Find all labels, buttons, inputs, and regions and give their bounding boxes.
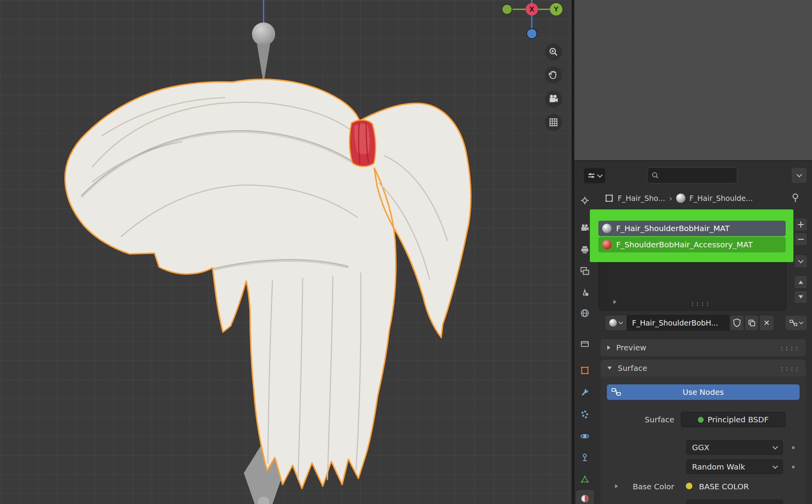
slot-name: F_Hair_ShoulderBobHair_MAT (616, 224, 730, 233)
pan-hand-icon[interactable] (545, 67, 562, 84)
add-slot-button[interactable]: + (794, 218, 807, 231)
magnifier-plus-glyph (548, 47, 558, 57)
tab-scene[interactable] (576, 284, 594, 301)
search-text-field[interactable] (662, 171, 730, 180)
material-slot-row-selected[interactable]: F_Hair_ShoulderBobHair_MAT (598, 221, 786, 236)
chevron-down-icon (773, 444, 778, 449)
box-icon (580, 338, 590, 348)
preview-panel-header[interactable]: Preview :::: (601, 339, 806, 356)
tab-modifiers[interactable] (576, 384, 594, 401)
expand-arrow-icon (607, 345, 610, 350)
camera-glyph (548, 94, 559, 105)
browse-material-button[interactable] (605, 315, 627, 331)
list-expand-arrow[interactable] (613, 299, 617, 305)
material-slot-row[interactable]: F_ShoulderBobHair_Accessory_MAT (598, 237, 786, 252)
distribution-value: GGX (692, 443, 709, 452)
panel-grip[interactable]: :::: (780, 364, 800, 372)
axis-x-ball[interactable]: X (526, 3, 538, 15)
duplicate-material-button[interactable] (745, 315, 759, 331)
copy-icon (748, 319, 755, 327)
base-color-value[interactable]: BASE COLOR (699, 482, 749, 491)
tab-world[interactable] (576, 305, 594, 322)
slot-specials-button[interactable] (794, 255, 807, 268)
tab-tool[interactable] (576, 192, 594, 209)
animate-dot-icon[interactable] (792, 466, 795, 468)
tab-constraints[interactable] (576, 449, 594, 466)
axis-z-ball[interactable] (527, 29, 537, 39)
link-nodes-dropdown[interactable] (785, 315, 807, 331)
breadcrumb-object[interactable]: F_Hair_Sho... (618, 194, 665, 202)
pin-icon[interactable] (790, 192, 801, 204)
tab-collection[interactable] (576, 335, 594, 352)
partial-slider-field[interactable]: 0.000 (686, 500, 783, 504)
scene-icon (580, 288, 590, 298)
grid-ortho-icon[interactable] (545, 114, 562, 131)
constraint-icon (580, 453, 590, 463)
properties-editor-icon (587, 171, 596, 180)
color-socket-dot-icon (686, 483, 692, 489)
preview-panel-label: Preview (616, 343, 646, 352)
distribution-dropdown[interactable]: GGX (686, 440, 783, 455)
shader-node-dot-icon (698, 417, 704, 423)
breadcrumb: F_Hair_Sho... › F_Hair_Shoulde... (605, 190, 798, 206)
partial-slider-value: 0.000 (723, 502, 745, 504)
remove-slot-button[interactable]: − (794, 233, 807, 246)
zoom-icon[interactable] (545, 43, 562, 60)
outliner-area[interactable] (574, 0, 812, 161)
list-resize-grip[interactable]: :::: (690, 299, 710, 307)
axis-y-ball[interactable]: Y (550, 3, 562, 15)
editor-divider[interactable] (572, 0, 574, 504)
animate-dot-icon[interactable] (792, 446, 795, 449)
search-icon (651, 171, 659, 179)
panel-grip[interactable]: :::: (780, 344, 800, 352)
camera-view-icon[interactable] (545, 91, 562, 108)
material-sphere-icon (676, 194, 685, 203)
chevron-down-icon (773, 463, 778, 469)
tab-object-data[interactable] (576, 471, 594, 488)
wrench-icon (580, 387, 590, 398)
use-nodes-button[interactable]: Use Nodes (607, 384, 800, 400)
hair-accessory-tie[interactable] (349, 120, 376, 166)
hand-glyph (548, 70, 558, 80)
tab-physics[interactable] (576, 428, 594, 445)
grid-glyph (548, 117, 558, 127)
object-icon (605, 194, 614, 203)
properties-editor: F_Hair_Sho... › F_Hair_Shoulde... :::: F… (574, 161, 812, 504)
slot-move-up-button[interactable] (794, 276, 807, 289)
hair-mesh[interactable] (65, 79, 471, 489)
breadcrumb-material[interactable]: F_Hair_Shoulde... (689, 194, 753, 202)
subsurface-method-dropdown[interactable]: Random Walk (686, 459, 783, 474)
surface-shader-button[interactable]: Principled BSDF (681, 412, 786, 427)
tab-object[interactable] (576, 362, 594, 379)
tab-output[interactable] (576, 242, 594, 259)
search-input[interactable] (647, 167, 737, 183)
tab-view-layer[interactable] (576, 262, 594, 279)
white-material-sphere-icon (602, 224, 612, 233)
armature-bone-top[interactable] (252, 0, 275, 84)
tool-icon (580, 195, 590, 206)
collapse-arrow-icon (607, 367, 612, 370)
surface-field-label: Surface (607, 415, 674, 424)
render-camera-icon (580, 223, 590, 233)
editor-type-button[interactable] (584, 168, 605, 183)
unlink-material-button[interactable]: ✕ (759, 315, 774, 331)
slot-move-down-button[interactable] (794, 290, 807, 303)
filter-dropdown-button[interactable] (791, 167, 807, 183)
material-name-field[interactable]: F_Hair_ShoulderBobH... (627, 315, 729, 331)
particles-icon (580, 410, 590, 420)
breadcrumb-separator: › (669, 194, 672, 203)
scene-canvas (0, 0, 572, 504)
shield-icon (733, 319, 741, 327)
material-sphere-icon (609, 319, 617, 327)
tab-render[interactable] (576, 219, 594, 237)
nodetree-icon (790, 319, 797, 326)
layers-icon (580, 266, 590, 276)
axis-neg-x-ball[interactable] (502, 4, 512, 14)
viewport-3d[interactable]: X Y (0, 0, 572, 504)
surface-panel-header[interactable]: Surface :::: (601, 360, 806, 377)
chevron-down-icon (597, 172, 603, 178)
fake-user-button[interactable] (730, 315, 744, 331)
nav-gizmo[interactable] (502, 0, 550, 39)
tab-material-active[interactable] (576, 490, 594, 504)
tab-particles[interactable] (576, 406, 594, 423)
